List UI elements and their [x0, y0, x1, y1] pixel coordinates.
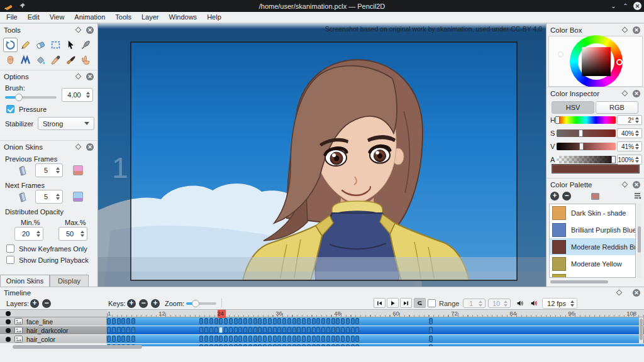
layer-name-hair_darkcolor[interactable]: hair_darkcolor — [0, 326, 107, 334]
keyframe-cell[interactable] — [107, 318, 111, 324]
keyframe-cell[interactable] — [219, 336, 223, 342]
float-panel-icon[interactable] — [75, 144, 82, 150]
minimize-button[interactable]: ⌄ — [609, 2, 618, 10]
palette-item-brilliant-purplish-blue[interactable]: Brilliant Purplish Blue — [550, 221, 635, 238]
keyframe-cell[interactable] — [263, 327, 267, 333]
close-panel-icon[interactable]: ✕ — [86, 143, 94, 151]
keyframe-cell[interactable] — [112, 336, 116, 342]
layer-track-hair_color[interactable] — [107, 335, 644, 343]
keyframe-cell[interactable] — [229, 327, 233, 333]
keyframe-cell[interactable] — [243, 327, 247, 333]
keyframe-cell[interactable] — [234, 318, 238, 324]
tool-hand-button[interactable] — [3, 53, 18, 67]
tool-eraser-button[interactable] — [33, 38, 48, 52]
keyframe-cell[interactable] — [204, 336, 208, 342]
close-panel-icon[interactable]: ✕ — [86, 26, 94, 34]
keyframe-cell[interactable] — [112, 327, 116, 333]
keyframe-cell[interactable] — [219, 318, 223, 324]
tool-clear-button[interactable] — [3, 38, 18, 52]
keyframe-cell[interactable] — [307, 318, 311, 324]
tool-bucket-button[interactable] — [33, 53, 48, 67]
keyframe-cell[interactable] — [326, 318, 330, 324]
max-opacity-spinbox[interactable]: 50 — [58, 227, 87, 241]
keyframe-cell[interactable] — [238, 327, 242, 333]
keyframe-cell[interactable] — [429, 336, 433, 342]
keyframe-cell[interactable] — [209, 336, 213, 342]
tool-pencil-button[interactable] — [18, 38, 33, 52]
keyframe-cell[interactable] — [326, 336, 330, 342]
keyframe-cell[interactable] — [277, 327, 281, 333]
tool-pen-button[interactable] — [79, 38, 93, 52]
keyframe-cell[interactable] — [355, 327, 359, 333]
menu-item-layer[interactable]: Layer — [136, 12, 164, 23]
swatch-view-icon[interactable] — [591, 192, 600, 201]
keyframe-cell[interactable] — [297, 318, 301, 324]
keyframe-cell[interactable] — [273, 318, 277, 324]
v-value-spinbox[interactable]: 41% — [617, 141, 642, 151]
dock-tab-onion-skins[interactable]: Onion Skins — [0, 275, 50, 287]
keyframe-cell[interactable] — [321, 318, 325, 324]
palette-item-dark-skin-shade[interactable]: Dark Skin - shade — [550, 204, 635, 221]
saturation-value-square[interactable] — [582, 47, 611, 76]
keyframe-cell[interactable] — [126, 336, 130, 342]
a-slider[interactable] — [557, 156, 616, 163]
tool-polyline-button[interactable] — [18, 53, 33, 67]
duplicate-keyframe-button[interactable]: + — [151, 299, 160, 308]
layer-visibility-dot[interactable] — [6, 319, 11, 324]
keyframe-cell[interactable] — [312, 318, 316, 324]
keyframe-cell[interactable] — [351, 336, 355, 342]
keyframe-cell[interactable] — [341, 318, 345, 324]
keyframe-cell[interactable] — [297, 327, 301, 333]
layer-name-face_line[interactable]: face_line — [0, 317, 107, 326]
keyframe-cell[interactable] — [351, 327, 355, 333]
layer-track-face_line[interactable] — [107, 317, 644, 326]
keyframe-cell[interactable] — [131, 327, 135, 333]
v-slider[interactable] — [557, 143, 616, 150]
keyframe-cell[interactable] — [326, 327, 330, 333]
keyframe-cell[interactable] — [121, 318, 125, 324]
keyframe-cell[interactable] — [258, 327, 262, 333]
keyframe-cell[interactable] — [199, 318, 203, 324]
keyframe-cell[interactable] — [297, 336, 301, 342]
keyframe-cell[interactable] — [131, 318, 135, 324]
keyframe-cell[interactable] — [307, 344, 311, 346]
menu-item-file[interactable]: File — [1, 12, 23, 23]
keyframe-cell[interactable] — [107, 336, 111, 342]
keyframe-cell[interactable] — [243, 318, 247, 324]
maximize-button[interactable]: ⌃ — [621, 2, 630, 10]
keyframe-cell[interactable] — [312, 344, 316, 346]
keyframe-cell[interactable] — [351, 318, 355, 324]
canvas-workspace[interactable]: Screenshot based on original work by ska… — [98, 23, 546, 287]
keyframe-cell[interactable] — [126, 318, 130, 324]
range-checkbox[interactable] — [428, 299, 436, 307]
keyframe-cell[interactable] — [316, 318, 320, 324]
keyframe-cell[interactable] — [117, 336, 121, 342]
remove-keyframe-button[interactable]: − — [139, 299, 148, 308]
previous-onion-color-swatch[interactable] — [73, 165, 83, 175]
keyframe-cell[interactable] — [336, 318, 340, 324]
keyframe-cell[interactable] — [258, 318, 262, 324]
keyframe-cell[interactable] — [253, 327, 257, 333]
previous-frames-spinbox[interactable]: 5 — [35, 163, 63, 177]
keyframe-cell[interactable] — [346, 336, 350, 342]
keyframe-cell[interactable] — [355, 318, 359, 324]
keyframe-cell[interactable] — [121, 336, 125, 342]
keyframe-cell[interactable] — [107, 327, 111, 333]
keyframe-cell[interactable] — [209, 318, 213, 324]
keyframe-cell[interactable] — [341, 327, 345, 333]
menu-item-tools[interactable]: Tools — [110, 12, 136, 23]
remove-color-button[interactable]: − — [562, 192, 571, 200]
keyframe-cell[interactable] — [321, 327, 325, 333]
keyframe-cell[interactable] — [336, 327, 340, 333]
palette-menu-icon[interactable] — [633, 192, 641, 200]
hue-marker[interactable] — [616, 59, 623, 65]
keyframe-cell[interactable] — [346, 344, 350, 346]
keyframe-cell[interactable] — [282, 318, 286, 324]
keyframe-cell[interactable] — [204, 327, 208, 333]
h-slider[interactable] — [557, 116, 616, 124]
next-onion-color-swatch[interactable] — [73, 192, 83, 202]
keyframe-cell[interactable] — [209, 327, 213, 333]
keyframe-cell[interactable] — [273, 336, 277, 342]
pressure-checkbox[interactable] — [6, 105, 14, 113]
keyframe-cell[interactable] — [229, 318, 233, 324]
